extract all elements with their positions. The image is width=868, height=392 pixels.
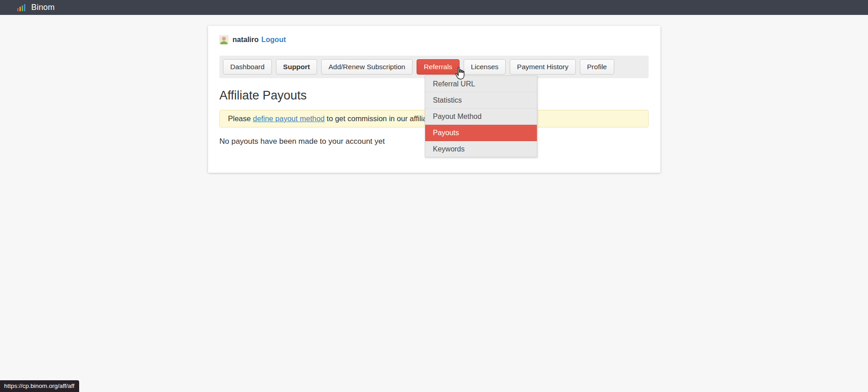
- username: nataliro: [232, 36, 259, 44]
- notice-text-prefix: Please: [228, 114, 253, 123]
- main-nav: Dashboard Support Add/Renew Subscription…: [219, 56, 649, 78]
- link-preview-statusbar: https://cp.binom.org/aff/aff: [0, 380, 79, 392]
- user-row: nataliro Logout: [219, 35, 649, 45]
- logout-link[interactable]: Logout: [261, 36, 286, 44]
- referrals-dropdown-menu: Referral URL Statistics Payout Method Pa…: [425, 76, 537, 157]
- brand-title: Binom: [31, 3, 55, 12]
- nav-support-button[interactable]: Support: [276, 59, 317, 75]
- nav-payment-history-button[interactable]: Payment History: [510, 59, 576, 75]
- menu-item-payouts[interactable]: Payouts: [425, 125, 537, 141]
- menu-item-keywords[interactable]: Keywords: [425, 141, 537, 157]
- nav-referrals-button[interactable]: Referrals: [417, 59, 460, 75]
- binom-logo-icon: [17, 4, 25, 11]
- menu-item-payout-method[interactable]: Payout Method: [425, 109, 537, 125]
- define-payout-method-link[interactable]: define payout method: [253, 114, 325, 123]
- menu-item-statistics[interactable]: Statistics: [425, 92, 537, 109]
- notice-text-suffix: to get commission in our affilia: [325, 114, 427, 123]
- user-avatar: [219, 35, 228, 44]
- nav-add-renew-subscription-button[interactable]: Add/Renew Subscription: [321, 59, 413, 75]
- nav-licenses-button[interactable]: Licenses: [464, 59, 506, 75]
- nav-dashboard-button[interactable]: Dashboard: [223, 59, 272, 75]
- nav-profile-button[interactable]: Profile: [580, 59, 614, 75]
- menu-item-referral-url[interactable]: Referral URL: [425, 76, 537, 92]
- top-bar: Binom: [0, 0, 868, 15]
